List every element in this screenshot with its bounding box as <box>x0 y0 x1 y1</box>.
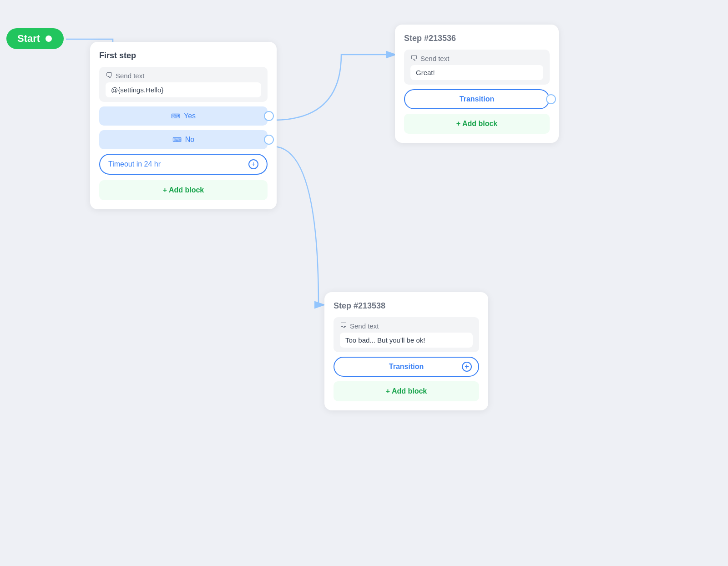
first-step-send-text-block: 🗨 Send text @{settings.Hello} <box>99 67 268 102</box>
start-label: Start <box>17 33 40 45</box>
keyboard-icon-no: ⌨ <box>172 136 182 143</box>
start-node: Start <box>6 28 64 49</box>
keyboard-icon-yes: ⌨ <box>171 112 180 120</box>
timeout-button[interactable]: Timeout in 24 hr + <box>99 154 268 175</box>
no-button[interactable]: ⌨ No <box>99 130 268 149</box>
first-step-add-block-button[interactable]: + Add block <box>99 180 268 200</box>
message-icon: 🗨 <box>106 71 113 80</box>
step-213536-send-text-label: 🗨 Send text <box>410 54 543 62</box>
step-213536-card: Step #213536 🗨 Send text Great! Transiti… <box>395 25 559 143</box>
message-icon-213538: 🗨 <box>340 322 347 330</box>
step-213538-add-block-button[interactable]: + Add block <box>334 381 479 401</box>
timeout-plus-icon: + <box>248 159 258 169</box>
step-213536-send-text-block: 🗨 Send text Great! <box>404 50 550 85</box>
start-connector <box>45 35 53 43</box>
step-213538-send-text-label: 🗨 Send text <box>340 322 473 330</box>
first-step-title: First step <box>99 51 268 61</box>
yes-connector <box>264 111 274 121</box>
message-icon-213536: 🗨 <box>410 54 418 62</box>
step-213538-send-text-value: Too bad... But you'll be ok! <box>340 333 473 348</box>
step-213538-card: Step #213538 🗨 Send text Too bad... But … <box>324 292 488 410</box>
yes-button[interactable]: ⌨ Yes <box>99 106 268 126</box>
step-213538-transition-button[interactable]: Transition + <box>334 357 479 377</box>
step-213536-send-text-value: Great! <box>410 65 543 80</box>
first-step-send-text-value: @{settings.Hello} <box>106 82 261 97</box>
step-213538-number: Step #213538 <box>334 301 479 311</box>
first-step-send-text-label: 🗨 Send text <box>106 71 261 80</box>
step-213536-number: Step #213536 <box>404 34 550 43</box>
step-213538-transition-plus: + <box>462 362 472 372</box>
step-213536-transition-connector <box>546 94 556 104</box>
step-213536-add-block-button[interactable]: + Add block <box>404 114 550 134</box>
step-213538-send-text-block: 🗨 Send text Too bad... But you'll be ok! <box>334 317 479 352</box>
step-213536-transition-button[interactable]: Transition <box>404 89 550 109</box>
no-connector <box>264 135 274 145</box>
first-step-card: First step 🗨 Send text @{settings.Hello}… <box>90 42 277 209</box>
